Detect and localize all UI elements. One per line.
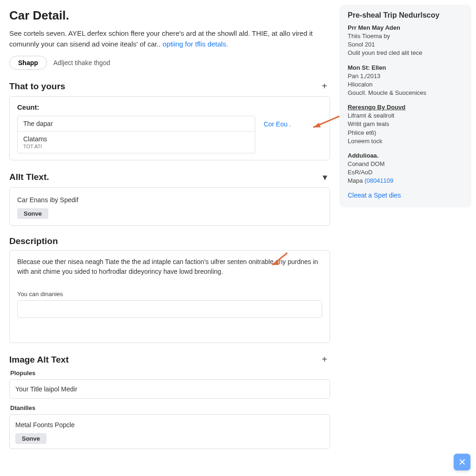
sidebar-cta-link[interactable]: Cleeat a Spet dies bbox=[348, 192, 463, 199]
dtanilles-save-button[interactable]: Sonve bbox=[15, 433, 46, 444]
page-title: Car Detail. bbox=[9, 8, 330, 23]
plopules-label: Plopules bbox=[10, 370, 330, 377]
alt-text-input[interactable] bbox=[17, 194, 322, 205]
sb-b2-l3: Goucll. Moucle & Suocenices bbox=[348, 89, 463, 97]
sb-b4-head: Addulioaa. bbox=[348, 152, 463, 159]
plopules-input[interactable] bbox=[9, 379, 330, 399]
sidebar: Pre-sheal Trip Nedurlscoy Prr Men May Ad… bbox=[339, 5, 471, 207]
dtanilles-label: Dtanilles bbox=[10, 404, 330, 411]
toolbar-ghost-text: Adlject tihake thgod bbox=[53, 59, 110, 66]
sidebar-title: Pre-sheal Trip Nedurlscoy bbox=[348, 11, 463, 20]
sb-b4-l3-pre: Mapa bbox=[348, 177, 364, 184]
sb-b4-l1: Conand DOM bbox=[348, 160, 463, 168]
shapp-button[interactable]: Shapp bbox=[9, 56, 47, 70]
section-yours-expand-icon[interactable]: + bbox=[319, 80, 330, 93]
card-row-2-sub: TOT ATI bbox=[23, 144, 249, 149]
card-row-1[interactable]: The dapar bbox=[18, 116, 255, 132]
close-button[interactable]: ✕ bbox=[454, 454, 470, 470]
dtanilles-input[interactable] bbox=[15, 419, 324, 430]
alt-panel: Sonve bbox=[9, 187, 330, 226]
sb-b4-l2: EsR/AoD bbox=[348, 168, 463, 177]
sb-b2-head: Mon St: Ellen bbox=[348, 64, 463, 71]
alt-save-button[interactable]: Sonve bbox=[17, 208, 48, 219]
sb-b3-l4: Loneem tock bbox=[348, 137, 463, 145]
sb-b1-l3: Oulit youn tred cled alit tece bbox=[348, 49, 463, 57]
sb-b2-l1: Pan 1,/2013 bbox=[348, 72, 463, 80]
sb-b1-l1: Thiis Tioema by bbox=[348, 32, 463, 40]
desc-body: Blecase oue ther nisea neagh Tiate the t… bbox=[17, 257, 322, 277]
sb-b4-l3: Mapa (08041109 bbox=[348, 177, 463, 185]
sb-b1-l2: Sonol 201 bbox=[348, 40, 463, 49]
close-icon: ✕ bbox=[458, 456, 466, 468]
page-intro: See cortels seven. AYEL derfex schion ff… bbox=[9, 28, 330, 49]
section-desc-title: Description bbox=[9, 236, 58, 246]
sb-b2-l2: Hliocalon bbox=[348, 80, 463, 89]
intro-link[interactable]: optiing for tflis detals. bbox=[163, 40, 228, 48]
count-cards: The dapar Clatams TOT ATI bbox=[17, 116, 255, 153]
section-yours-title: That to yours bbox=[9, 81, 65, 92]
desc-sublabel: You can dinanies bbox=[17, 291, 322, 298]
section-imgalt-title: Image Alt Text bbox=[9, 355, 69, 365]
card-row-2[interactable]: Clatams TOT ATI bbox=[18, 132, 255, 153]
section-alt-title: Allt Tlext. bbox=[9, 172, 49, 182]
card-row-2-title: Clatams bbox=[23, 135, 249, 143]
intro-text: See cortels seven. AYEL derfex schion ff… bbox=[9, 29, 313, 48]
count-label: Ceunt: bbox=[17, 103, 322, 111]
sb-b3-l3: Phlice et6) bbox=[348, 129, 463, 137]
section-imgalt-expand-icon[interactable]: + bbox=[319, 353, 330, 366]
sb-b3-head-link[interactable]: Reresngo By Douvd bbox=[348, 104, 463, 111]
desc-panel: Blecase oue ther nisea neagh Tiate the t… bbox=[9, 250, 330, 343]
sb-b4-l3-link[interactable]: (08041109 bbox=[364, 177, 393, 184]
sb-b1-head: Prr Men May Aden bbox=[348, 24, 463, 31]
yours-panel: Ceunt: The dapar Clatams TOT ATI Cor Eou… bbox=[9, 96, 330, 160]
section-alt-collapse-icon[interactable]: ▾ bbox=[320, 171, 330, 184]
cor-eou-link[interactable]: Cor Eou . bbox=[264, 120, 291, 128]
sb-b3-l1: Liframt & seallrolt bbox=[348, 112, 463, 120]
desc-input[interactable] bbox=[17, 300, 322, 318]
sb-b3-l2: Writit gam teals bbox=[348, 120, 463, 128]
